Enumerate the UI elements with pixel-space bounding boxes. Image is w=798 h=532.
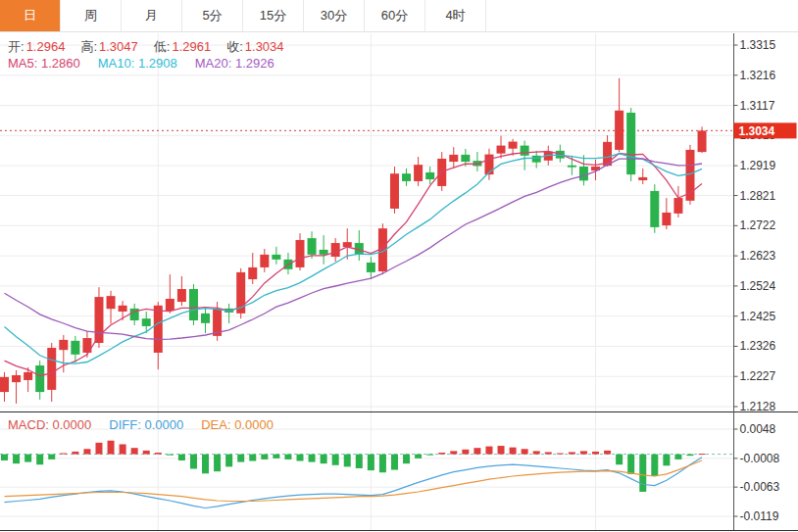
macd-histogram (1, 441, 706, 492)
tab-60min[interactable]: 60分 (365, 0, 425, 31)
candle (201, 314, 210, 323)
dea-value: 0.0000 (234, 417, 274, 432)
close-value: 1.3034 (245, 39, 284, 54)
ma-legend: MA5: 1.2860 MA10: 1.2908 MA20: 1.2926 (8, 56, 292, 71)
candle (521, 146, 529, 156)
candle (166, 299, 175, 311)
candle (189, 289, 198, 320)
candle (603, 142, 612, 166)
candle (638, 177, 647, 180)
grid-lines (0, 33, 733, 530)
candle (142, 318, 151, 326)
candle (509, 142, 518, 149)
high-label: 高: (80, 39, 97, 54)
svg-text:-0.0119: -0.0119 (740, 509, 779, 523)
tab-4hour[interactable]: 4时 (425, 0, 486, 31)
macd-legend: MACD: 0.0000 DIFF: 0.0000 DEA: 0.0000 (8, 417, 291, 432)
candle (35, 365, 44, 392)
ma5-value: 1.2860 (41, 56, 80, 71)
svg-text:1.2821: 1.2821 (740, 189, 776, 203)
diff-line (5, 458, 703, 508)
svg-text:1.3034: 1.3034 (739, 124, 775, 138)
macd-label: MACD: (8, 417, 49, 432)
ma5-line (5, 152, 703, 376)
open-label: 开: (8, 39, 25, 54)
candle (698, 130, 707, 152)
candle (0, 377, 9, 392)
ma10-label: MA10: (98, 56, 135, 71)
tab-15min[interactable]: 15分 (243, 0, 304, 31)
candle (414, 165, 423, 181)
svg-text:0.0048: 0.0048 (740, 422, 776, 436)
candle (461, 155, 470, 162)
svg-text:1.2623: 1.2623 (740, 249, 776, 263)
candle (177, 289, 186, 302)
svg-text:1.2524: 1.2524 (740, 279, 776, 293)
candle (47, 348, 56, 390)
candle (24, 372, 32, 380)
diff-value: 0.0000 (144, 417, 183, 432)
candle (107, 296, 116, 309)
candle (154, 306, 163, 353)
candle (673, 198, 682, 214)
timeframe-tabbar: 日 周 月 5分 15分 30分 60分 4时 (0, 0, 798, 32)
candle (308, 238, 317, 255)
price-axis: 1.33151.32161.31171.30181.29191.28211.27… (734, 33, 780, 530)
candle (367, 263, 375, 272)
candle (390, 173, 399, 209)
svg-text:1.2919: 1.2919 (740, 159, 776, 172)
tab-month[interactable]: 月 (122, 0, 182, 31)
low-label: 低: (154, 39, 171, 54)
ma10-value: 1.2908 (138, 56, 177, 71)
candle (532, 156, 541, 163)
svg-text:1.2425: 1.2425 (740, 310, 776, 323)
ma20-value: 1.2926 (235, 56, 274, 71)
candle (59, 340, 68, 350)
candle (449, 155, 458, 162)
ma5-label: MA5: (8, 56, 37, 71)
candle (662, 213, 671, 225)
svg-text:1.3117: 1.3117 (740, 99, 775, 113)
high-value: 1.3047 (99, 39, 138, 54)
svg-text:1.3216: 1.3216 (740, 69, 776, 82)
candle (626, 113, 635, 174)
candle (320, 250, 328, 255)
svg-text:1.2128: 1.2128 (740, 400, 776, 413)
candle (296, 240, 305, 267)
svg-text:-0.0008: -0.0008 (740, 452, 780, 465)
price-badge: 1.3034 (734, 122, 797, 138)
tab-5min[interactable]: 5分 (182, 0, 243, 31)
candle (497, 146, 506, 154)
macd-value: 0.0000 (53, 417, 92, 432)
tab-day[interactable]: 日 (0, 0, 61, 31)
candle (119, 306, 127, 312)
ohlc-legend: 开:1.2964 高:1.3047 低:1.2961 收:1.3034 (8, 38, 300, 56)
candle (12, 375, 21, 382)
svg-text:1.2722: 1.2722 (740, 218, 776, 232)
low-value: 1.2961 (172, 39, 211, 54)
open-value: 1.2964 (26, 39, 66, 54)
candle (568, 166, 576, 168)
candlestick-chart-canvas[interactable]: 1.33151.32161.31171.30181.29191.28211.27… (0, 0, 798, 532)
candle (272, 255, 280, 260)
diff-label: DIFF: (109, 417, 141, 432)
candle (71, 341, 79, 355)
tab-week[interactable]: 周 (61, 0, 122, 31)
candles (0, 78, 707, 404)
candle (402, 173, 411, 181)
kline-chart-window: 日 周 月 5分 15分 30分 60分 4时 开:1.2964 高:1.304… (0, 0, 798, 532)
svg-text:-0.0063: -0.0063 (740, 480, 780, 494)
close-label: 收: (226, 39, 243, 54)
candle (425, 172, 434, 179)
ma20-label: MA20: (195, 56, 232, 71)
svg-text:1.2326: 1.2326 (740, 339, 776, 353)
tab-30min[interactable]: 30分 (304, 0, 365, 31)
candle (248, 267, 257, 279)
svg-text:1.3315: 1.3315 (740, 38, 776, 52)
candle (650, 191, 659, 227)
candle (331, 243, 340, 257)
dea-label: DEA: (201, 417, 230, 432)
ma10-line (5, 154, 703, 363)
candle (579, 167, 588, 180)
candle (615, 111, 623, 150)
